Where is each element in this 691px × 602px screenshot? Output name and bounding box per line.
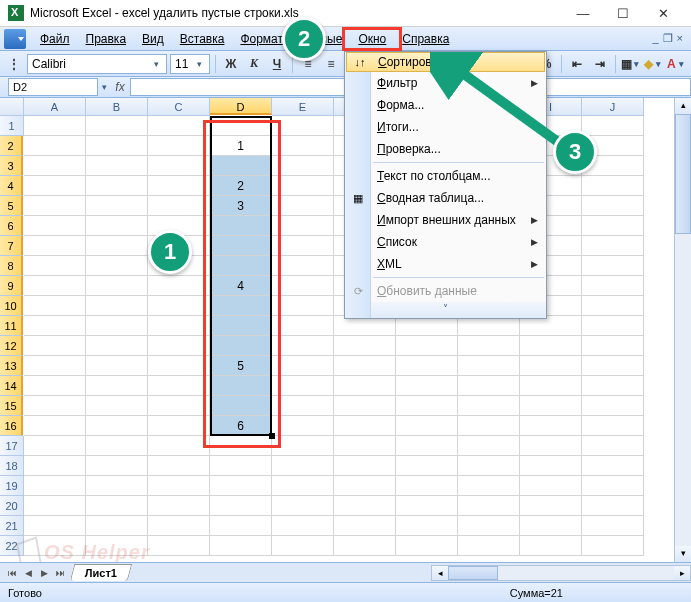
- borders-button[interactable]: ▦▾: [621, 54, 641, 74]
- cell[interactable]: [210, 476, 272, 496]
- cell[interactable]: [210, 256, 272, 276]
- cell[interactable]: [86, 416, 148, 436]
- cell[interactable]: [24, 336, 86, 356]
- cell[interactable]: [210, 296, 272, 316]
- cell[interactable]: [24, 256, 86, 276]
- cell[interactable]: [24, 436, 86, 456]
- cell[interactable]: [86, 276, 148, 296]
- row-header[interactable]: 3: [0, 156, 23, 176]
- cell[interactable]: [86, 336, 148, 356]
- cell[interactable]: [520, 536, 582, 556]
- cell[interactable]: [458, 456, 520, 476]
- cell[interactable]: [210, 396, 272, 416]
- cell[interactable]: [396, 376, 458, 396]
- col-header-D[interactable]: D: [210, 98, 272, 115]
- cell[interactable]: [458, 396, 520, 416]
- cell[interactable]: [86, 156, 148, 176]
- row-header[interactable]: 14: [0, 376, 23, 396]
- cell[interactable]: [272, 116, 334, 136]
- menu-edit[interactable]: Правка: [78, 29, 135, 49]
- hscroll-right-icon[interactable]: ▸: [674, 566, 690, 580]
- menu-window[interactable]: Окно: [350, 29, 394, 49]
- menu-format[interactable]: Формат: [232, 29, 291, 49]
- cell[interactable]: [396, 516, 458, 536]
- cell[interactable]: [24, 396, 86, 416]
- underline-button[interactable]: Ч: [267, 54, 287, 74]
- cell[interactable]: [210, 116, 272, 136]
- cell[interactable]: 6: [210, 416, 272, 436]
- cell[interactable]: [148, 396, 210, 416]
- cell[interactable]: [24, 216, 86, 236]
- cell[interactable]: [582, 136, 644, 156]
- font-name-combo[interactable]: Calibri▾: [27, 54, 167, 74]
- cell[interactable]: [582, 296, 644, 316]
- cell[interactable]: [334, 376, 396, 396]
- mdi-minimize-icon[interactable]: _: [652, 32, 658, 45]
- menu-item[interactable]: Итоги...: [345, 116, 546, 138]
- tab-nav-prev-icon[interactable]: ◀: [20, 565, 36, 581]
- cell[interactable]: [210, 216, 272, 236]
- cell[interactable]: [86, 356, 148, 376]
- namebox-dropdown-icon[interactable]: ▾: [98, 82, 110, 92]
- cell[interactable]: [24, 156, 86, 176]
- cell[interactable]: [148, 516, 210, 536]
- row-header[interactable]: 22: [0, 536, 24, 556]
- cell[interactable]: [86, 116, 148, 136]
- cell[interactable]: [148, 496, 210, 516]
- cell[interactable]: [458, 316, 520, 336]
- cell[interactable]: [334, 516, 396, 536]
- cell[interactable]: [148, 376, 210, 396]
- cell[interactable]: [396, 316, 458, 336]
- menu-file[interactable]: Файл: [32, 29, 78, 49]
- cell[interactable]: [272, 476, 334, 496]
- cell[interactable]: [272, 276, 334, 296]
- cell[interactable]: [396, 396, 458, 416]
- cell[interactable]: [458, 516, 520, 536]
- cell[interactable]: [24, 376, 86, 396]
- cell[interactable]: [24, 476, 86, 496]
- cell[interactable]: [272, 256, 334, 276]
- cell[interactable]: [458, 496, 520, 516]
- cell[interactable]: [396, 536, 458, 556]
- cell[interactable]: [210, 316, 272, 336]
- cell[interactable]: [582, 236, 644, 256]
- row-header[interactable]: 5: [0, 196, 23, 216]
- cell[interactable]: [148, 536, 210, 556]
- menu-item[interactable]: Проверка...: [345, 138, 546, 160]
- cell[interactable]: [582, 216, 644, 236]
- cell[interactable]: [210, 496, 272, 516]
- cell[interactable]: [334, 456, 396, 476]
- menu-help[interactable]: Справка: [394, 29, 457, 49]
- row-header[interactable]: 6: [0, 216, 23, 236]
- toolbar-handle-icon[interactable]: ⋮: [4, 54, 24, 74]
- fill-handle[interactable]: [269, 433, 275, 439]
- cell[interactable]: [24, 136, 86, 156]
- cell[interactable]: [148, 416, 210, 436]
- font-size-combo[interactable]: 11▾: [170, 54, 210, 74]
- row-header[interactable]: 10: [0, 296, 23, 316]
- bold-button[interactable]: Ж: [221, 54, 241, 74]
- cell[interactable]: [86, 216, 148, 236]
- tab-nav-next-icon[interactable]: ▶: [36, 565, 52, 581]
- cell[interactable]: [272, 176, 334, 196]
- cell[interactable]: 2: [210, 176, 272, 196]
- cell[interactable]: [396, 496, 458, 516]
- cell[interactable]: [24, 116, 86, 136]
- cell[interactable]: 1: [210, 136, 272, 156]
- cell[interactable]: [148, 136, 210, 156]
- menu-data[interactable]: Данные: [291, 29, 350, 49]
- row-header[interactable]: 15: [0, 396, 23, 416]
- italic-button[interactable]: К: [244, 54, 264, 74]
- menu-item[interactable]: ↓↑Сортировка...: [346, 52, 545, 72]
- maximize-button[interactable]: ☐: [603, 1, 643, 25]
- name-box[interactable]: D2: [8, 78, 98, 96]
- cell[interactable]: [458, 376, 520, 396]
- align-center-button[interactable]: ≡: [321, 54, 341, 74]
- row-header[interactable]: 20: [0, 496, 24, 516]
- menu-insert[interactable]: Вставка: [172, 29, 233, 49]
- cell[interactable]: [210, 436, 272, 456]
- cell[interactable]: [458, 336, 520, 356]
- office-button[interactable]: [4, 29, 26, 49]
- align-left-button[interactable]: ≡: [298, 54, 318, 74]
- cell[interactable]: [582, 116, 644, 136]
